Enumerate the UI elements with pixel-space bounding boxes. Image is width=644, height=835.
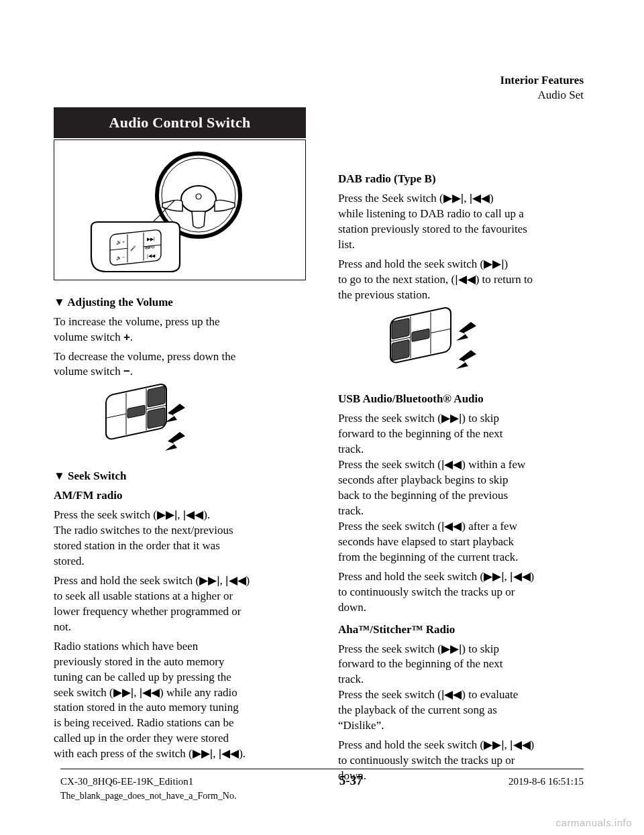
text: with each press of the switch (	[54, 747, 193, 760]
text: station stored in the auto memory tuning	[54, 701, 239, 714]
aha-text: Press the seek switch (▶▶|) to skip forw…	[338, 642, 590, 734]
fast-forward-icon: ▶▶|	[157, 508, 177, 521]
text: Press the seek switch (	[338, 412, 441, 425]
usb-heading: USB Audio/Bluetooth® Audio	[338, 392, 590, 407]
amfm-heading: AM/FM radio	[54, 488, 306, 504]
text: to seek all usable stations at a higher …	[54, 590, 233, 602]
text: ) to evaluate	[462, 688, 518, 701]
text: volume switch	[54, 365, 123, 378]
text: forward to the beginning of the next	[338, 427, 503, 440]
text: To increase the volume, press up the	[54, 315, 220, 328]
text: ).	[239, 747, 246, 760]
svg-marker-35	[456, 350, 476, 369]
two-column-layout: Audio Control Switch	[54, 107, 590, 788]
amfm-press-text: Press the seek switch (▶▶|, |◀◀). The ra…	[54, 508, 306, 569]
rewind-icon: |◀◀	[183, 508, 203, 521]
text: DAB radio (Type B)	[338, 172, 436, 185]
text: )	[531, 570, 535, 583]
text: USB Audio/Bluetooth® Audio	[338, 392, 484, 405]
fast-forward-icon: ▶▶|	[484, 570, 504, 583]
footer-divider	[60, 769, 584, 769]
running-header-section: Audio Set	[500, 89, 584, 102]
text: track.	[338, 673, 364, 685]
rewind-icon: |◀◀	[441, 458, 462, 471]
text: Press the seek switch (	[54, 508, 157, 521]
text: )	[531, 738, 535, 751]
volume-up-text: To increase the volume, press up the vol…	[54, 315, 306, 345]
svg-rect-23	[148, 408, 165, 429]
fast-forward-icon: ▶▶|	[113, 686, 133, 699]
text: “Dislike”.	[338, 719, 384, 732]
text: station previously stored to the favouri…	[338, 223, 527, 235]
steering-wheel-illustration: 🔊+ 🔉− 🎤 ▶▶| INFO |◀◀	[54, 140, 306, 280]
text: ) to skip	[462, 412, 499, 425]
svg-marker-24	[165, 404, 185, 423]
footer-page-number: 5-37	[339, 773, 363, 788]
svg-marker-34	[456, 322, 476, 341]
text: )	[504, 258, 508, 270]
text: to continuously switch the tracks up or	[338, 754, 515, 767]
usb-text: Press the seek switch (▶▶|) to skip forw…	[338, 411, 590, 565]
section-title-bar: Audio Control Switch	[54, 107, 306, 138]
arrow-icon	[456, 322, 476, 341]
text: while listening to DAB radio to call up …	[338, 207, 524, 220]
running-header: Interior Features Audio Set	[500, 74, 584, 102]
minus-icon: −	[123, 365, 130, 378]
text: Aha™/Stitcher™ Radio	[338, 623, 455, 636]
right-column: DAB radio (Type B) Press the Seek switch…	[338, 107, 590, 788]
dab-hold-text: Press and hold the seek switch (▶▶|) to …	[338, 257, 590, 303]
text: The radio switches to the next/previous	[54, 524, 233, 537]
text: to go to the next station, (	[338, 273, 455, 286]
text: track.	[338, 504, 364, 517]
fast-forward-icon: ▶▶|	[484, 258, 504, 270]
arrow-icon	[165, 432, 185, 451]
button-pad-icon	[101, 384, 201, 457]
text: lower frequency whether programmed or	[54, 605, 241, 618]
text: Press and hold the seek switch (	[338, 738, 484, 751]
svg-rect-32	[392, 339, 409, 361]
volume-heading-text: Adjusting the Volume	[67, 296, 173, 309]
text: track.	[338, 443, 364, 455]
text: stored.	[54, 555, 85, 567]
text: Press the Seek switch (	[338, 192, 443, 205]
arrow-icon	[456, 350, 476, 369]
seek-heading-text: Seek Switch	[68, 469, 126, 482]
usb-hold-text: Press and hold the seek switch (▶▶|, |◀◀…	[338, 569, 590, 616]
text: ) while any radio	[160, 686, 237, 699]
text: stored station in the order that it was	[54, 539, 220, 552]
fast-forward-icon: ▶▶|	[441, 643, 462, 655]
text: Press the seek switch (	[338, 643, 441, 655]
text: called up in the order they were stored	[54, 732, 229, 744]
text: ,	[177, 508, 183, 521]
fast-forward-icon: ▶▶|	[484, 738, 504, 751]
text: AM/FM radio	[54, 489, 122, 502]
manual-page: Interior Features Audio Set Audio Contro…	[0, 0, 644, 835]
plus-icon: +	[123, 331, 130, 343]
text: the playback of the current song as	[338, 704, 497, 716]
seek-heading: ▼ Seek Switch	[54, 469, 306, 484]
svg-rect-22	[148, 386, 165, 408]
arrow-icon	[165, 404, 185, 423]
rewind-icon: |◀◀	[441, 520, 462, 533]
text: forward to the beginning of the next	[338, 657, 503, 670]
left-column: Audio Control Switch	[54, 107, 306, 788]
text: To decrease the volume, press down the	[54, 350, 235, 363]
text: to continuously switch the tracks up or	[338, 586, 515, 598]
text: the previous station.	[338, 288, 430, 301]
text: seconds have elapsed to start playback	[338, 535, 514, 548]
text: seek switch (	[54, 686, 113, 699]
rewind-icon: |◀◀	[510, 570, 530, 583]
text: Radio stations which have been	[54, 640, 198, 653]
text: ) after a few	[462, 520, 517, 533]
text: ).	[203, 508, 210, 521]
text: from the beginning of the current track.	[338, 551, 519, 563]
volume-down-text: To decrease the volume, press down the v…	[54, 349, 306, 380]
fast-forward-icon: ▶▶|	[199, 574, 219, 587]
fast-forward-icon: ▶▶|	[193, 747, 213, 760]
text: Press the seek switch (	[338, 688, 441, 701]
amfm-autostore-text: Radio stations which have been previousl…	[54, 639, 306, 763]
text: is being received. Radio stations can be	[54, 716, 234, 729]
amfm-hold-text: Press and hold the seek switch (▶▶|, |◀◀…	[54, 573, 306, 635]
rewind-icon: |◀◀	[225, 574, 246, 587]
text: previously stored in the auto memory	[54, 655, 224, 668]
